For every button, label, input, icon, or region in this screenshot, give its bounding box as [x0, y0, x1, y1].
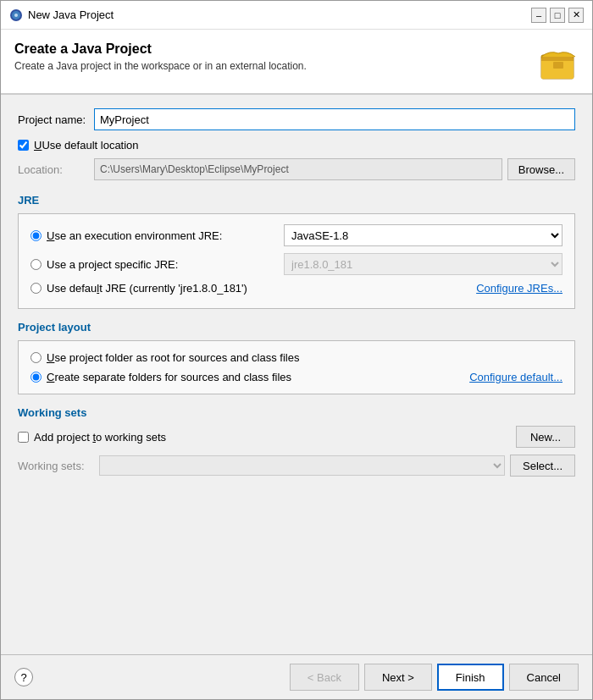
- working-sets-section: Working sets Add project to working sets…: [18, 406, 575, 477]
- use-default-location-checkbox[interactable]: [18, 140, 29, 151]
- footer-buttons: < Back Next > Finish Cancel: [290, 664, 579, 691]
- title-bar: New Java Project – □ ✕: [1, 1, 592, 30]
- working-sets-add-row: Add project to working sets New...: [18, 426, 575, 448]
- jre-option1-row: Use an execution environment JRE: JavaSE…: [30, 224, 563, 246]
- working-sets-field-label: Working sets:: [18, 460, 94, 472]
- add-to-working-sets-checkbox[interactable]: [18, 432, 29, 443]
- location-row: Location: Browse...: [18, 158, 575, 180]
- jre-environment-select[interactable]: JavaSE-1.8 JavaSE-11 JavaSE-17: [284, 224, 563, 246]
- header-section: Create a Java Project Create a Java proj…: [1, 30, 592, 95]
- next-button[interactable]: Next >: [364, 664, 432, 691]
- layout-option1-label[interactable]: Use project folder as root for sources a…: [47, 351, 299, 364]
- window-title: New Java Project: [28, 8, 114, 21]
- configure-jres-link[interactable]: Configure JREs...: [476, 282, 563, 295]
- close-button[interactable]: ✕: [568, 8, 584, 23]
- layout-option1-row: Use project folder as root for sources a…: [30, 351, 563, 364]
- jre-option3-radio[interactable]: [30, 283, 42, 294]
- svg-point-2: [14, 14, 18, 17]
- project-layout-section-box: Use project folder as root for sources a…: [18, 340, 575, 394]
- jre-option2-row: Use a project specific JRE: jre1.8.0_181: [30, 253, 563, 275]
- maximize-button[interactable]: □: [550, 8, 565, 23]
- working-sets-label: Working sets: [18, 406, 575, 419]
- java-icon: [9, 8, 23, 22]
- page-title: Create a Java Project: [14, 41, 307, 57]
- jre-section-box: Use an execution environment JRE: JavaSE…: [18, 213, 575, 309]
- working-sets-select[interactable]: [99, 455, 505, 476]
- new-java-project-window: New Java Project – □ ✕ Create a Java Pro…: [0, 0, 593, 700]
- minimize-button[interactable]: –: [531, 8, 546, 23]
- jre-option3-label[interactable]: Use default JRE (currently 'jre1.8.0_181…: [47, 282, 247, 295]
- title-bar-left: New Java Project: [9, 8, 114, 22]
- configure-default-link[interactable]: Configure default...: [469, 371, 563, 383]
- new-working-set-button[interactable]: New...: [516, 426, 575, 448]
- jre-specific-select[interactable]: jre1.8.0_181: [284, 253, 563, 275]
- jre-option1-label[interactable]: Use an execution environment JRE:: [47, 229, 284, 242]
- use-default-location-label[interactable]: UUse default location: [34, 139, 139, 152]
- svg-rect-6: [553, 62, 563, 69]
- title-bar-controls: – □ ✕: [531, 8, 584, 23]
- layout-option1-radio[interactable]: [30, 352, 42, 363]
- select-working-set-button[interactable]: Select...: [510, 455, 575, 477]
- jre-option2-label[interactable]: Use a project specific JRE:: [47, 258, 284, 271]
- cancel-button[interactable]: Cancel: [509, 664, 579, 691]
- header-icon: [538, 41, 579, 85]
- footer: ? < Back Next > Finish Cancel: [1, 654, 592, 699]
- layout-option2-label[interactable]: Create separate folders for sources and …: [47, 371, 291, 383]
- browse-button[interactable]: Browse...: [507, 158, 575, 180]
- location-input[interactable]: [94, 158, 502, 180]
- jre-option3-row: Use default JRE (currently 'jre1.8.0_181…: [30, 282, 563, 295]
- jre-section-label: JRE: [18, 194, 575, 207]
- working-sets-input-row: Working sets: Select...: [18, 455, 575, 477]
- layout-option2-radio[interactable]: [30, 372, 42, 383]
- project-name-row: Project name:: [18, 108, 575, 130]
- header-text: Create a Java Project Create a Java proj…: [14, 41, 307, 72]
- location-label: Location:: [18, 163, 94, 176]
- help-button[interactable]: ?: [14, 668, 33, 686]
- back-button[interactable]: < Back: [290, 664, 359, 691]
- finish-button[interactable]: Finish: [437, 664, 504, 691]
- main-content: Project name: UUse default location Loca…: [1, 95, 592, 654]
- project-name-label: Project name:: [18, 113, 94, 126]
- add-to-working-sets-label[interactable]: Add project to working sets: [34, 431, 166, 444]
- use-default-location-row: UUse default location: [18, 139, 575, 152]
- page-description: Create a Java project in the workspace o…: [14, 60, 307, 72]
- footer-left: ?: [14, 668, 33, 686]
- svg-rect-5: [541, 58, 574, 61]
- layout-option2-row: Create separate folders for sources and …: [30, 371, 563, 383]
- project-name-input[interactable]: [94, 108, 575, 130]
- project-layout-section-label: Project layout: [18, 321, 575, 333]
- jre-option2-radio[interactable]: [30, 259, 42, 270]
- jre-option1-radio[interactable]: [30, 230, 42, 241]
